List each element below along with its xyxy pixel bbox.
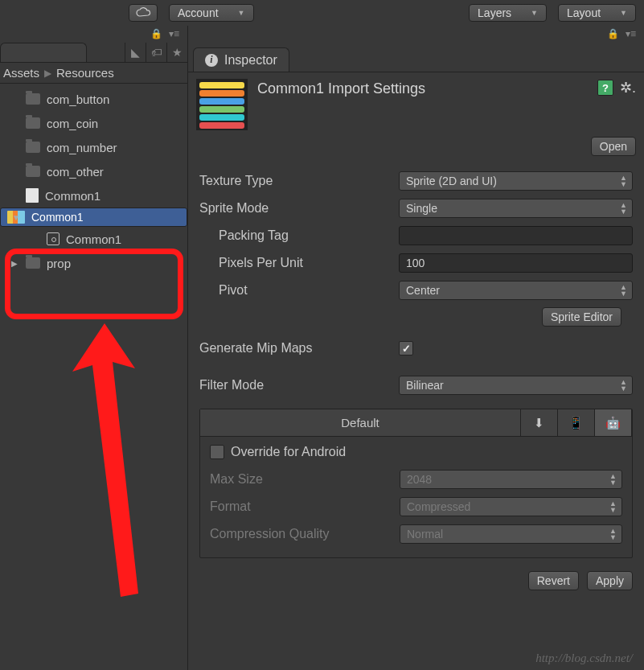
layout-dropdown[interactable]: Layout▼ bbox=[558, 4, 636, 22]
info-icon bbox=[205, 54, 218, 67]
tree-label: com_number bbox=[47, 141, 117, 154]
gear-icon[interactable]: ✲. bbox=[620, 79, 636, 97]
tree-folder[interactable]: com_button bbox=[0, 87, 187, 111]
top-toolbar: Account▼ Layers▼ Layout▼ bbox=[0, 0, 644, 26]
apply-button[interactable]: Apply bbox=[587, 571, 633, 590]
platform-tab-default[interactable]: Default bbox=[200, 409, 521, 436]
platform-tab-ios[interactable]: 📱 bbox=[558, 409, 595, 436]
sprite-mode-select[interactable]: Single▲▼ bbox=[399, 199, 633, 218]
platform-tab-standalone[interactable]: ⬇ bbox=[521, 409, 558, 436]
breadcrumb-separator-icon: ▶ bbox=[44, 68, 51, 79]
cloud-button[interactable] bbox=[129, 4, 158, 22]
override-checkbox[interactable] bbox=[210, 445, 224, 459]
inspector-tab[interactable]: Inspector bbox=[193, 47, 289, 72]
panel-menu-icon[interactable]: ▾≡ bbox=[626, 28, 636, 39]
hierarchy-icon[interactable]: ◣ bbox=[125, 43, 146, 62]
import-settings: Texture Type Sprite (2D and UI)▲▼ Sprite… bbox=[188, 162, 644, 404]
breadcrumb: Assets ▶ Resources bbox=[0, 63, 187, 84]
ppu-label: Pixels Per Unit bbox=[199, 256, 391, 270]
file-icon bbox=[26, 188, 39, 203]
project-panel: 🔒 ▾≡ ◣ 🏷 ★ Assets ▶ Resources com_button… bbox=[0, 26, 188, 670]
folder-icon bbox=[26, 257, 40, 269]
project-tab[interactable] bbox=[0, 43, 87, 62]
project-tabs: ◣ 🏷 ★ bbox=[0, 42, 187, 63]
max-size-label: Max Size bbox=[210, 472, 392, 487]
layers-label: Layers bbox=[478, 6, 511, 19]
platform-tab-android[interactable]: 🤖 bbox=[595, 409, 632, 436]
watermark: http://blog.csdn.net/ bbox=[535, 652, 633, 665]
packing-tag-input[interactable] bbox=[399, 226, 633, 245]
override-row: Override for Android bbox=[210, 445, 622, 466]
open-button[interactable]: Open bbox=[591, 137, 636, 156]
asset-thumbnail bbox=[196, 79, 248, 130]
inspector-panel: 🔒 ▾≡ Inspector Common1 Import Settings ? bbox=[188, 26, 644, 670]
tree-sprite[interactable]: Common1 bbox=[0, 227, 187, 251]
asset-header: Common1 Import Settings ? ✲. bbox=[188, 72, 644, 137]
account-label: Account bbox=[178, 6, 219, 19]
tree-texture-selected[interactable]: ▼Common1 bbox=[0, 208, 187, 227]
layers-dropdown[interactable]: Layers▼ bbox=[469, 4, 547, 22]
lock-icon[interactable]: 🔒 bbox=[150, 28, 162, 39]
breadcrumb-folder[interactable]: Resources bbox=[56, 66, 114, 80]
tree-folder[interactable]: com_number bbox=[0, 135, 187, 159]
layout-label: Layout bbox=[567, 6, 601, 19]
lock-icon[interactable]: 🔒 bbox=[607, 28, 619, 39]
updown-icon: ▲▼ bbox=[609, 528, 617, 541]
updown-icon: ▲▼ bbox=[620, 202, 627, 215]
account-dropdown[interactable]: Account▼ bbox=[169, 4, 254, 22]
expand-icon[interactable]: ▼ bbox=[12, 213, 20, 222]
label-icon[interactable]: 🏷 bbox=[146, 43, 166, 62]
tree-folder[interactable]: com_other bbox=[0, 159, 187, 183]
updown-icon: ▲▼ bbox=[620, 379, 627, 392]
panel-lock-row: 🔒 ▾≡ bbox=[188, 26, 644, 42]
tree-label: com_button bbox=[47, 92, 109, 106]
tree-folder[interactable]: com_coin bbox=[0, 111, 187, 135]
sprite-icon bbox=[47, 232, 59, 245]
ppu-input[interactable] bbox=[399, 253, 633, 273]
download-icon: ⬇ bbox=[534, 416, 544, 430]
texture-type-select[interactable]: Sprite (2D and UI)▲▼ bbox=[399, 171, 633, 191]
help-icon[interactable]: ? bbox=[597, 80, 613, 96]
tree-label: Common1 bbox=[45, 189, 100, 203]
expand-icon[interactable]: ▶ bbox=[11, 259, 18, 268]
asset-tree: com_button com_coin com_number com_other… bbox=[0, 84, 187, 278]
updown-icon: ▲▼ bbox=[620, 284, 627, 297]
tree-file[interactable]: Common1 bbox=[0, 183, 187, 208]
max-size-select[interactable]: 2048▲▼ bbox=[400, 470, 622, 489]
tree-label: prop bbox=[47, 257, 71, 270]
tree-label: com_coin bbox=[47, 117, 98, 130]
folder-icon bbox=[26, 117, 40, 129]
favorite-icon[interactable]: ★ bbox=[166, 43, 187, 62]
texture-type-label: Texture Type bbox=[199, 174, 391, 188]
folder-icon bbox=[26, 166, 40, 177]
packing-tag-label: Packing Tag bbox=[199, 228, 391, 243]
filter-mode-select[interactable]: Bilinear▲▼ bbox=[399, 376, 633, 395]
platform-settings: Default ⬇ 📱 🤖 Override for Android Max S… bbox=[199, 409, 633, 558]
chevron-down-icon: ▼ bbox=[620, 9, 627, 17]
mipmaps-checkbox[interactable] bbox=[399, 341, 413, 356]
compression-quality-select[interactable]: Normal▲▼ bbox=[400, 524, 622, 544]
apply-row: Revert Apply bbox=[188, 566, 644, 602]
pivot-label: Pivot bbox=[199, 283, 391, 298]
updown-icon: ▲▼ bbox=[609, 473, 617, 486]
updown-icon: ▲▼ bbox=[620, 175, 627, 187]
tree-label: Common1 bbox=[66, 232, 121, 246]
breadcrumb-root[interactable]: Assets bbox=[3, 66, 39, 80]
format-select[interactable]: Compressed▲▼ bbox=[400, 497, 622, 516]
tree-folder[interactable]: ▶prop bbox=[0, 251, 187, 275]
inspector-tab-row: Inspector bbox=[188, 42, 644, 72]
panel-lock-row: 🔒 ▾≡ bbox=[0, 26, 187, 42]
revert-button[interactable]: Revert bbox=[528, 571, 579, 590]
format-label: Format bbox=[210, 499, 392, 514]
compression-quality-label: Compression Quality bbox=[210, 527, 392, 541]
pivot-select[interactable]: Center▲▼ bbox=[399, 281, 633, 300]
filter-mode-label: Filter Mode bbox=[199, 378, 391, 393]
android-icon: 🤖 bbox=[605, 416, 621, 430]
tree-label: com_other bbox=[47, 165, 104, 179]
sprite-mode-label: Sprite Mode bbox=[199, 201, 391, 216]
folder-icon bbox=[26, 142, 40, 153]
folder-icon bbox=[26, 93, 40, 105]
inspector-tab-label: Inspector bbox=[224, 53, 277, 68]
panel-menu-icon[interactable]: ▾≡ bbox=[169, 28, 179, 39]
sprite-editor-button[interactable]: Sprite Editor bbox=[542, 307, 621, 327]
